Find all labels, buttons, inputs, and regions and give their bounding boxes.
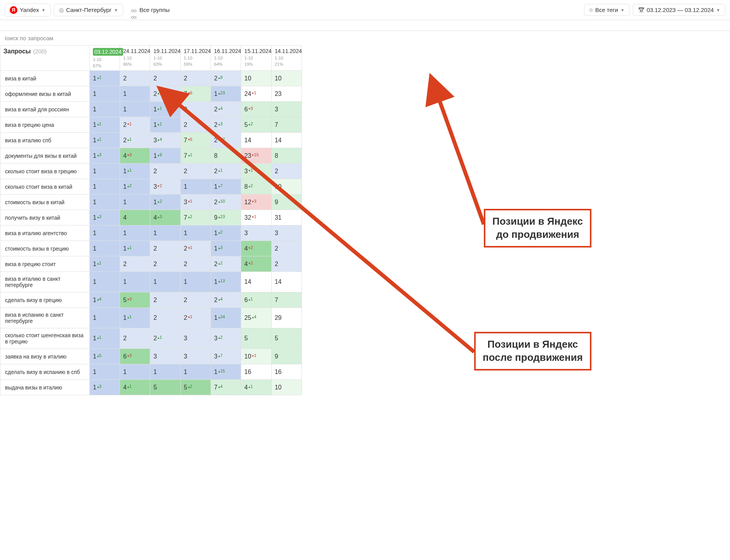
position-cell[interactable]: 31 <box>180 195 211 210</box>
position-cell[interactable]: 123 <box>211 86 241 102</box>
date-range-selector[interactable]: 03.12.2023 — 03.12.2024 ▼ <box>633 4 725 16</box>
query-cell[interactable]: виза в италию спб <box>0 133 90 148</box>
position-cell[interactable]: 24 <box>211 102 241 117</box>
position-cell[interactable]: 1 <box>180 272 211 292</box>
query-cell[interactable]: виза в грецию цена <box>0 117 90 133</box>
query-cell[interactable]: стоимость визы в китай <box>0 195 90 210</box>
position-cell[interactable]: 61 <box>241 292 271 308</box>
position-cell[interactable]: 76 <box>180 86 211 102</box>
position-cell[interactable]: 1 <box>120 225 150 241</box>
position-cell[interactable]: 63 <box>120 349 150 364</box>
position-cell[interactable]: 10 <box>271 179 302 195</box>
position-cell[interactable]: 2 <box>271 164 302 179</box>
position-cell[interactable]: 210 <box>211 195 241 210</box>
position-cell[interactable]: 1 <box>120 195 150 210</box>
position-cell[interactable]: 5 <box>241 328 271 349</box>
position-cell[interactable]: 2 <box>150 292 180 308</box>
query-cell[interactable]: сколько стоит виза в грецию <box>0 164 90 179</box>
position-cell[interactable]: 71 <box>180 148 211 164</box>
position-cell[interactable]: 1 <box>180 179 211 195</box>
position-cell[interactable]: 1 <box>180 364 211 380</box>
position-cell[interactable]: 2 <box>180 292 211 308</box>
position-cell[interactable]: 23 <box>211 117 241 133</box>
position-cell[interactable]: 8 <box>211 148 241 164</box>
position-cell[interactable]: 17 <box>211 179 241 195</box>
position-cell[interactable]: 15 <box>89 349 120 364</box>
position-cell[interactable]: 9 <box>271 195 302 210</box>
position-cell[interactable]: 2 <box>150 256 180 272</box>
position-cell[interactable]: 63 <box>241 102 271 117</box>
position-cell[interactable]: 1 <box>89 86 120 102</box>
position-cell[interactable]: 1 <box>150 364 180 380</box>
position-cell[interactable]: 11 <box>120 241 150 256</box>
position-cell[interactable]: 2 <box>150 308 180 328</box>
position-cell[interactable]: 3 <box>150 349 180 364</box>
position-cell[interactable]: 16 <box>271 364 302 380</box>
position-cell[interactable]: 53 <box>120 292 150 308</box>
query-cell[interactable]: стоимость визы в грецию <box>0 241 90 256</box>
position-cell[interactable]: 11 <box>89 133 120 148</box>
position-cell[interactable]: 13 <box>89 380 120 395</box>
position-cell[interactable]: 1 <box>89 102 120 117</box>
position-cell[interactable]: 1 <box>89 195 120 210</box>
position-cell[interactable]: 1 <box>120 364 150 380</box>
search-input[interactable]: Іоиск по запросам <box>0 31 730 45</box>
position-cell[interactable]: 321 <box>241 210 271 225</box>
query-cell[interactable]: сделать визу в грецию <box>0 292 90 308</box>
position-cell[interactable]: 2 <box>180 102 211 117</box>
position-cell[interactable]: 212 <box>211 133 241 148</box>
position-cell[interactable]: 12 <box>120 179 150 195</box>
position-cell[interactable]: 14 <box>271 133 302 148</box>
position-cell[interactable]: 22 <box>211 256 241 272</box>
position-cell[interactable]: 2 <box>180 256 211 272</box>
position-cell[interactable]: 2 <box>150 164 180 179</box>
position-cell[interactable]: 3 <box>241 225 271 241</box>
date-column-header[interactable]: 24.11.20241-1066% <box>120 46 150 71</box>
position-cell[interactable]: 11 <box>89 328 120 349</box>
position-cell[interactable]: 31 <box>271 210 302 225</box>
position-cell[interactable]: 254 <box>241 308 271 328</box>
query-cell[interactable]: заявка на визу в италию <box>0 349 90 364</box>
position-cell[interactable]: 43 <box>120 148 150 164</box>
engine-selector[interactable]: Я Yandex ▼ <box>5 3 51 17</box>
position-cell[interactable]: 42 <box>241 256 271 272</box>
position-cell[interactable]: 241 <box>241 86 271 102</box>
position-cell[interactable]: 42 <box>241 241 271 256</box>
position-cell[interactable]: 10 <box>271 380 302 395</box>
position-cell[interactable]: 1 <box>89 225 120 241</box>
position-cell[interactable]: 113 <box>211 272 241 292</box>
position-cell[interactable]: 3 <box>180 328 211 349</box>
query-cell[interactable]: виза в италию агентство <box>0 225 90 241</box>
position-cell[interactable]: 11 <box>150 102 180 117</box>
position-cell[interactable]: 2 <box>180 164 211 179</box>
position-cell[interactable]: 37 <box>211 349 241 364</box>
position-cell[interactable]: 1 <box>120 86 150 102</box>
position-cell[interactable]: 7 <box>271 117 302 133</box>
position-cell[interactable]: 2 <box>120 328 150 349</box>
position-cell[interactable]: 72 <box>180 210 211 225</box>
position-cell[interactable]: 10 <box>241 71 271 86</box>
position-cell[interactable]: 31 <box>241 164 271 179</box>
position-cell[interactable]: 5 <box>150 380 180 395</box>
position-cell[interactable]: 16 <box>241 364 271 380</box>
groups-selector[interactable]: Все группы <box>126 4 174 15</box>
position-cell[interactable]: 11 <box>89 117 120 133</box>
position-cell[interactable]: 14 <box>271 272 302 292</box>
position-cell[interactable]: 29 <box>271 308 302 328</box>
position-cell[interactable]: 32 <box>211 328 241 349</box>
position-cell[interactable]: 123 <box>241 195 271 210</box>
position-cell[interactable]: 21 <box>180 241 211 256</box>
position-cell[interactable]: 41 <box>241 380 271 395</box>
date-column-header[interactable]: 16.11.20241-1064% <box>211 46 241 71</box>
position-cell[interactable]: 41 <box>120 380 150 395</box>
position-cell[interactable]: 13 <box>89 210 120 225</box>
position-cell[interactable]: 1 <box>120 102 150 117</box>
date-column-header[interactable]: 19.11.20241-1063% <box>150 46 180 71</box>
query-cell[interactable]: выдача визы в италию <box>0 380 90 395</box>
position-cell[interactable]: 5 <box>271 328 302 349</box>
position-cell[interactable]: 21 <box>211 164 241 179</box>
position-cell[interactable]: 52 <box>180 380 211 395</box>
position-cell[interactable]: 14 <box>89 292 120 308</box>
query-cell[interactable]: сколько стоит виза в китай <box>0 179 90 195</box>
position-cell[interactable]: 21 <box>120 117 150 133</box>
